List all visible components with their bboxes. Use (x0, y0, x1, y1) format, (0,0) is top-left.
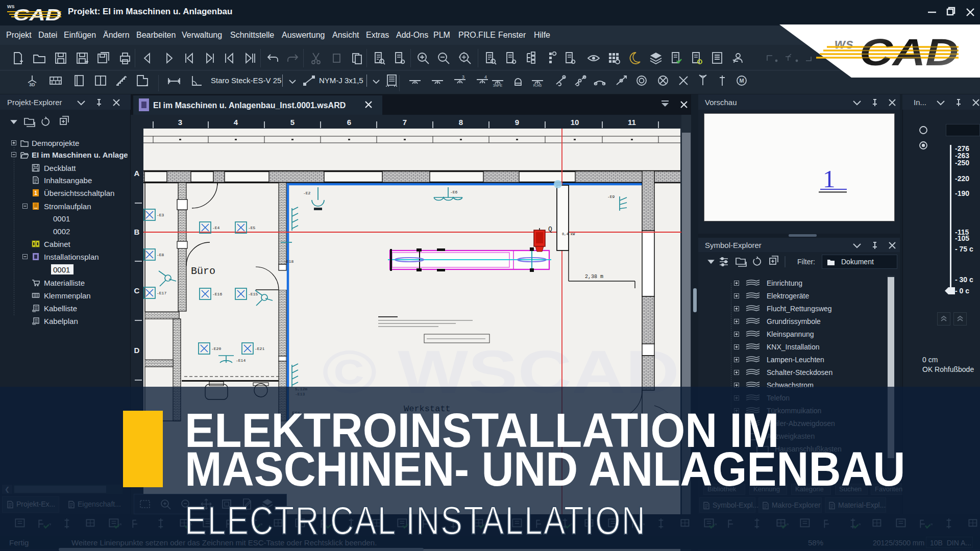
svg-text:3NPE: 3NPE (493, 84, 503, 87)
svg-text:A: A (134, 169, 140, 178)
svg-text:11: 11 (628, 118, 636, 127)
svg-text:4: 4 (484, 74, 487, 80)
svg-text:3D: 3D (29, 82, 35, 87)
svg-text:5: 5 (290, 118, 295, 127)
svg-text:ws: ws (835, 36, 854, 52)
svg-text:2,38 m: 2,38 m (585, 274, 603, 280)
svg-text:CAD: CAD (860, 31, 959, 73)
svg-text:-E21: -E21 (255, 346, 264, 351)
svg-text:EI im Maschinen u. Anlagenbau_: EI im Maschinen u. Anlagenbau_Inst.0001.… (153, 101, 346, 110)
svg-text:0,4 kW: 0,4 kW (562, 232, 575, 236)
svg-text:-E16: -E16 (212, 292, 222, 296)
svg-text:Q: Q (548, 226, 552, 233)
svg-text:-E20: -E20 (211, 346, 221, 351)
svg-text:-E18: -E18 (284, 259, 293, 264)
svg-text:B: B (134, 228, 140, 236)
svg-text:9: 9 (515, 118, 519, 127)
svg-text:-E9: -E9 (607, 194, 615, 199)
svg-text:-E6: -E6 (450, 190, 458, 194)
svg-text:1: 1 (34, 190, 37, 196)
svg-text:-E15: -E15 (248, 292, 258, 296)
svg-text:-E4: -E4 (212, 226, 220, 230)
svg-text:3: 3 (178, 118, 182, 127)
svg-text:-E2: -E2 (303, 191, 311, 195)
svg-text:D: D (134, 346, 140, 355)
svg-text:-E3: -E3 (157, 213, 164, 217)
svg-text:-E17: -E17 (157, 291, 166, 295)
svg-text:6: 6 (347, 118, 351, 127)
svg-text:8: 8 (459, 118, 463, 127)
svg-text:7: 7 (403, 118, 407, 127)
svg-text:-E8: -E8 (157, 253, 164, 257)
svg-text:-E5: -E5 (248, 226, 256, 230)
svg-text:3: 3 (462, 74, 464, 80)
svg-text:4: 4 (234, 118, 238, 127)
svg-text:-E14: -E14 (236, 358, 246, 363)
svg-text:C: C (134, 286, 140, 295)
svg-text:10: 10 (571, 118, 579, 127)
svg-text:RJ45: RJ45 (533, 84, 542, 87)
svg-text:Büro: Büro (191, 265, 215, 277)
svg-text:M: M (739, 78, 744, 84)
